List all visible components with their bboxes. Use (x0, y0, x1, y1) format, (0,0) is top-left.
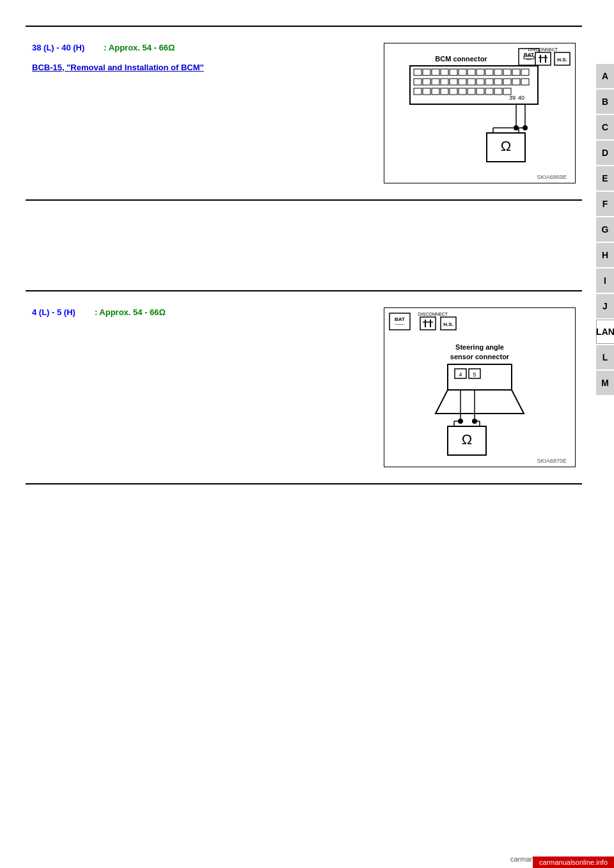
section-3: 4 (L) - 5 (H) : Approx. 54 - 66Ω BAT ─ (26, 298, 582, 477)
svg-rect-27 (423, 79, 430, 85)
svg-text:DISCONNECT: DISCONNECT (418, 312, 448, 316)
bcm-connector-svg: BAT ━━ DISCONNECT H.S. (384, 43, 575, 183)
svg-rect-16 (441, 69, 448, 75)
step-1-ref-container: BCB-15, "Removal and Installation of BCM… (32, 63, 377, 72)
step-1-reference[interactable]: BCB-15, "Removal and Installation of BCM… (32, 63, 204, 72)
svg-rect-17 (450, 69, 457, 75)
tab-c[interactable]: C (596, 115, 614, 139)
svg-rect-19 (468, 69, 475, 75)
svg-rect-47 (485, 88, 493, 95)
tab-e[interactable]: E (596, 166, 614, 190)
svg-text:5: 5 (473, 371, 476, 378)
svg-rect-23 (503, 69, 511, 75)
bottom-divider (26, 483, 582, 484)
tab-lan[interactable]: LAN (596, 320, 614, 344)
svg-rect-40 (423, 88, 430, 95)
svg-rect-5 (535, 52, 551, 65)
svg-rect-30 (450, 79, 457, 85)
svg-rect-26 (414, 79, 421, 85)
svg-rect-34 (485, 79, 493, 85)
svg-rect-33 (476, 79, 484, 85)
tab-l[interactable]: L (596, 345, 614, 369)
svg-rect-14 (423, 69, 430, 75)
right-tabs: A B C D E F G H I J LAN L M (596, 64, 614, 395)
svg-text:39: 39 (509, 95, 516, 101)
svg-rect-44 (459, 88, 466, 95)
svg-text:BAT: BAT (524, 52, 534, 58)
sensor-diagram-box: BAT ─── DISCONNECT H.S. Steering angle (384, 307, 576, 467)
svg-text:Ω: Ω (462, 431, 472, 447)
svg-rect-45 (468, 88, 475, 95)
svg-rect-41 (432, 88, 439, 95)
svg-rect-24 (512, 69, 520, 75)
svg-text:40: 40 (518, 95, 524, 101)
divider-2-3 (26, 290, 582, 291)
section-3-diagram: BAT ─── DISCONNECT H.S. Steering angle (384, 307, 582, 467)
svg-rect-37 (512, 79, 520, 85)
step-1-row: 38 (L) - 40 (H) : Approx. 54 - 66Ω (32, 43, 377, 52)
section-1-left: 38 (L) - 40 (H) : Approx. 54 - 66Ω BCB-1… (32, 43, 377, 72)
section-1-diagram: BAT ━━ DISCONNECT H.S. (384, 43, 582, 183)
sensor-connector-svg: BAT ─── DISCONNECT H.S. Steering angle (384, 308, 575, 467)
svg-rect-67 (420, 317, 436, 330)
svg-rect-21 (485, 69, 493, 75)
svg-rect-20 (476, 69, 484, 75)
svg-rect-38 (521, 79, 529, 85)
section-2 (26, 207, 582, 284)
svg-rect-48 (494, 88, 502, 95)
svg-rect-49 (503, 88, 511, 95)
tab-g[interactable]: G (596, 217, 614, 242)
svg-rect-18 (459, 69, 466, 75)
svg-text:───: ─── (395, 322, 405, 327)
svg-text:sensor connector: sensor connector (450, 353, 510, 360)
step-1-resistance: : Approx. 54 - 66Ω (104, 43, 175, 52)
step-1-label: 38 (L) - 40 (H) (32, 43, 84, 52)
svg-text:DISCONNECT: DISCONNECT (528, 47, 558, 52)
tab-m[interactable]: M (596, 371, 614, 395)
svg-text:BAT: BAT (395, 316, 405, 322)
tab-a[interactable]: A (596, 64, 614, 88)
svg-rect-31 (459, 79, 466, 85)
page-container: A B C D E F G H I J LAN L M 38 (L) - 40 … (0, 0, 614, 868)
svg-text:SKIA6869E: SKIA6869E (537, 174, 567, 180)
svg-rect-32 (468, 79, 475, 85)
svg-rect-15 (432, 69, 439, 75)
main-content: 38 (L) - 40 (H) : Approx. 54 - 66Ω BCB-1… (26, 13, 582, 484)
svg-text:BCM connector: BCM connector (435, 55, 487, 63)
step-3-row: 4 (L) - 5 (H) : Approx. 54 - 66Ω (32, 307, 377, 317)
step-3-label: 4 (L) - 5 (H) (32, 307, 75, 317)
tab-i[interactable]: I (596, 268, 614, 293)
step-3-col-value: : Approx. 54 - 66Ω (95, 307, 166, 317)
step-3-resistance: : Approx. 54 - 66Ω (95, 307, 166, 317)
tab-b[interactable]: B (596, 89, 614, 114)
bcm-diagram-box: BAT ━━ DISCONNECT H.S. (384, 43, 576, 183)
step-3-col-label: 4 (L) - 5 (H) (32, 307, 75, 317)
step-1-col-label: 38 (L) - 40 (H) (32, 43, 84, 52)
section-3-left: 4 (L) - 5 (H) : Approx. 54 - 66Ω (32, 307, 377, 321)
svg-rect-46 (476, 88, 484, 95)
svg-rect-22 (494, 69, 502, 75)
svg-text:H.S.: H.S. (443, 322, 453, 327)
svg-text:Steering angle: Steering angle (455, 343, 504, 351)
svg-rect-39 (414, 88, 421, 95)
tab-d[interactable]: D (596, 141, 614, 165)
svg-rect-36 (503, 79, 511, 85)
svg-rect-13 (414, 69, 421, 75)
svg-rect-25 (521, 69, 529, 75)
svg-text:Ω: Ω (501, 138, 511, 154)
divider-1-2 (26, 199, 582, 201)
svg-text:SKIA6870E: SKIA6870E (537, 458, 567, 464)
svg-rect-42 (441, 88, 448, 95)
top-divider (26, 26, 582, 27)
carmanuals-badge: carmanualsonline.info (533, 856, 614, 868)
svg-text:4: 4 (459, 371, 462, 378)
tab-j[interactable]: J (596, 294, 614, 318)
svg-rect-29 (441, 79, 448, 85)
tab-f[interactable]: F (596, 192, 614, 216)
step-1-col-value: : Approx. 54 - 66Ω (104, 43, 175, 52)
svg-text:━━: ━━ (526, 58, 531, 61)
svg-rect-28 (432, 79, 439, 85)
tab-h[interactable]: H (596, 243, 614, 267)
svg-rect-35 (494, 79, 502, 85)
svg-text:H.S.: H.S. (557, 57, 567, 63)
